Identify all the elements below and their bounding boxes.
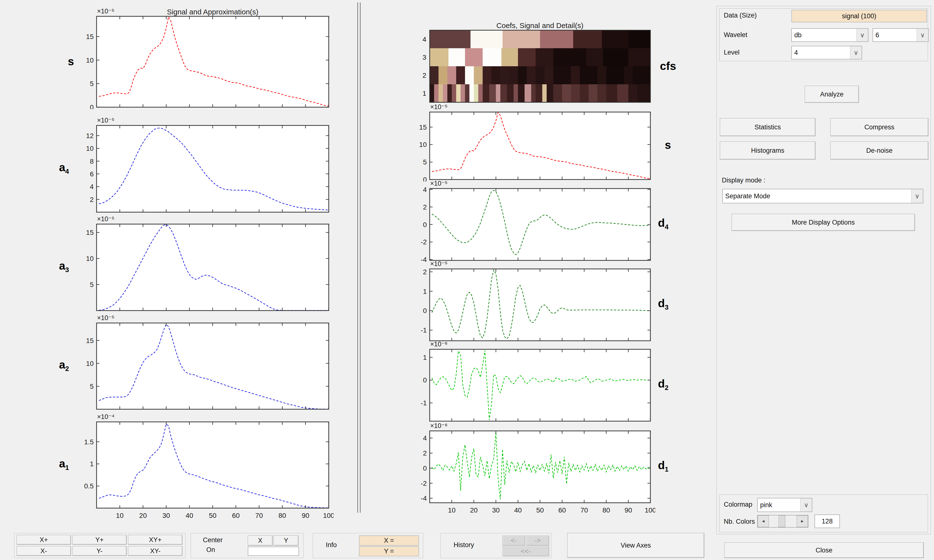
column-divider (357, 2, 361, 513)
svg-text:×10⁻⁵: ×10⁻⁵ (430, 180, 448, 187)
center-on-frame: Center On X Y (191, 533, 304, 558)
svg-text:15: 15 (86, 33, 94, 40)
info-y-field: Y = (359, 546, 419, 556)
plot-d3[interactable]: -1012×10⁻⁵ (403, 258, 655, 343)
chevron-down-icon[interactable]: ∨ (911, 189, 923, 203)
svg-text:60: 60 (558, 506, 566, 514)
data-size-value[interactable]: signal (100) (791, 10, 927, 22)
center-y-button[interactable]: Y (273, 535, 298, 546)
svg-text:10: 10 (86, 57, 94, 64)
plot-a3[interactable]: 51015×10⁻⁵ (70, 213, 333, 312)
svg-text:0.5: 0.5 (84, 482, 94, 490)
wavelet-family-dropdown[interactable]: db ∨ (791, 28, 868, 42)
svg-text:0: 0 (423, 221, 427, 228)
plot-label-s_left: s (68, 55, 74, 69)
wavelet-family-value: db (792, 29, 857, 42)
compress-button[interactable]: Compress (831, 118, 928, 136)
svg-text:30: 30 (492, 506, 500, 514)
center-on-input[interactable] (248, 546, 299, 556)
svg-text:3: 3 (422, 54, 426, 61)
zoom-button-x-minus[interactable]: X- (17, 546, 71, 556)
plot-label-d3: d3 (658, 297, 668, 311)
svg-text:100: 100 (323, 512, 333, 519)
zoom-button-x-plus[interactable]: X+ (17, 535, 71, 545)
level-dropdown[interactable]: 4 ∨ (791, 46, 862, 60)
history-frame: History <- -> <<- (440, 533, 552, 558)
svg-text:×10⁻⁵: ×10⁻⁵ (97, 8, 114, 15)
info-frame: Info X = Y = (313, 533, 423, 558)
chevron-down-icon[interactable]: ∨ (800, 498, 812, 512)
chevron-down-icon[interactable]: ∨ (857, 29, 868, 42)
plot-s_left[interactable]: 051015×10⁻⁵ (70, 6, 333, 109)
svg-text:5: 5 (90, 281, 94, 288)
slider-right-arrow-icon[interactable]: ► (797, 515, 808, 527)
svg-text:10: 10 (448, 506, 455, 514)
svg-text:×10⁻⁵: ×10⁻⁵ (430, 103, 448, 111)
chevron-down-icon[interactable]: ∨ (850, 46, 861, 59)
plot-s_mid[interactable]: 051015×10⁻⁵ (403, 102, 655, 182)
plot-a4[interactable]: 24681012×10⁻⁵ (70, 115, 333, 214)
zoom-button-xy-plus[interactable]: XY+ (128, 535, 182, 545)
plot-d1[interactable]: -4-2024×10⁻⁶102030405060708090100 (403, 420, 655, 516)
slider-track[interactable] (769, 515, 797, 527)
svg-text:2: 2 (423, 203, 427, 211)
svg-text:4: 4 (423, 434, 427, 442)
svg-text:1: 1 (423, 354, 427, 361)
zoom-button-xy-minus[interactable]: XY- (128, 546, 182, 556)
nb-colors-field[interactable]: 128 (815, 514, 840, 528)
center-on-label: Center (203, 536, 223, 544)
history-back-button[interactable]: <- (502, 535, 525, 546)
svg-text:30: 30 (162, 512, 170, 519)
statistics-button[interactable]: Statistics (720, 118, 815, 136)
denoise-button[interactable]: De-noise (831, 142, 928, 160)
plot-d2[interactable]: -101×10⁻⁶ (403, 338, 655, 423)
more-display-options-button[interactable]: More Display Options (732, 214, 915, 231)
svg-text:100: 100 (645, 506, 655, 514)
svg-text:10: 10 (86, 145, 94, 152)
view-axes-button[interactable]: View Axes (567, 533, 704, 558)
wavelet-number-dropdown[interactable]: 6 ∨ (872, 28, 929, 42)
plot-label-a3: a3 (59, 259, 69, 274)
svg-text:4: 4 (90, 183, 94, 191)
histograms-button[interactable]: Histograms (720, 142, 815, 160)
plot-label-d4: d4 (658, 216, 668, 231)
plot-cfs[interactable]: 4321 (403, 20, 655, 104)
colormap-value: pink (758, 498, 800, 512)
svg-text:0: 0 (423, 465, 427, 472)
svg-text:-2: -2 (421, 480, 427, 487)
display-mode-value: Separate Mode (723, 189, 911, 203)
svg-text:-4: -4 (421, 494, 427, 502)
slider-thumb[interactable] (778, 515, 785, 527)
history-far-back-button[interactable]: <<- (502, 546, 549, 556)
svg-text:-1: -1 (421, 326, 427, 334)
svg-text:20: 20 (470, 506, 477, 514)
plot-a2[interactable]: 51015×10⁻⁵ (70, 312, 333, 411)
svg-text:2: 2 (90, 196, 94, 203)
svg-text:0: 0 (90, 103, 94, 109)
svg-text:0: 0 (423, 376, 427, 384)
svg-text:5: 5 (90, 383, 94, 390)
plot-label-d1: d1 (658, 458, 668, 473)
chevron-down-icon[interactable]: ∨ (917, 29, 928, 42)
plot-d4[interactable]: -4-2024×10⁻⁵ (403, 178, 655, 262)
zoom-button-y-plus[interactable]: Y+ (73, 535, 127, 545)
slider-left-arrow-icon[interactable]: ◄ (758, 515, 769, 527)
close-button[interactable]: Close (724, 543, 924, 558)
zoom-button-y-minus[interactable]: Y- (73, 546, 127, 556)
analyze-button[interactable]: Analyze (805, 86, 859, 103)
svg-text:1: 1 (90, 460, 94, 468)
display-mode-label: Display mode : (722, 177, 766, 184)
svg-text:80: 80 (602, 506, 610, 514)
plot-a1[interactable]: 0.511.5×10⁻⁴102030405060708090100 (70, 411, 333, 522)
svg-text:1: 1 (422, 90, 426, 97)
nb-colors-slider[interactable]: ◄ ► (757, 515, 808, 528)
nb-colors-label: Nb. Colors (724, 518, 755, 525)
display-mode-dropdown[interactable]: Separate Mode ∨ (722, 189, 923, 203)
svg-text:×10⁻⁵: ×10⁻⁵ (97, 117, 114, 124)
svg-text:4: 4 (422, 35, 426, 43)
svg-text:×10⁻⁵: ×10⁻⁵ (430, 260, 448, 268)
history-forward-button[interactable]: -> (526, 535, 549, 546)
colormap-dropdown[interactable]: pink ∨ (757, 498, 812, 512)
center-x-button[interactable]: X (248, 535, 273, 546)
svg-text:90: 90 (302, 512, 309, 519)
